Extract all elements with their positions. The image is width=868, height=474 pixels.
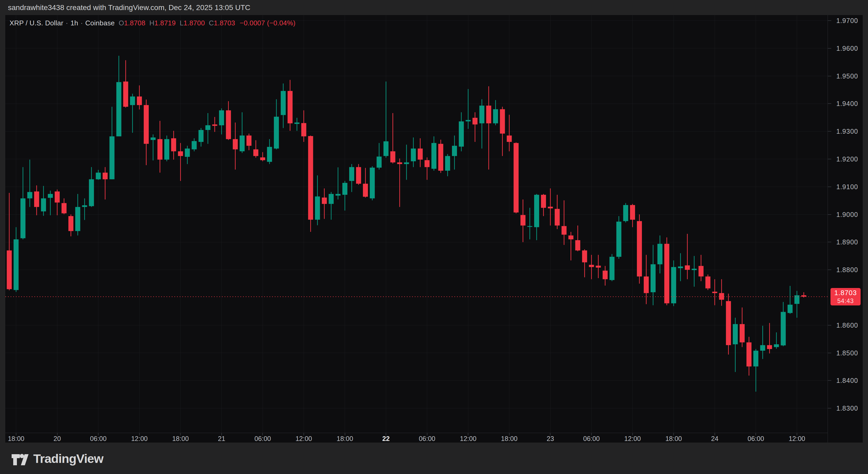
price-axis-label: 1.9600 [836, 45, 858, 52]
candle [548, 188, 553, 226]
price-tick [828, 48, 831, 49]
time-axis-day-label: 20 [54, 435, 61, 443]
candle [288, 80, 293, 131]
candle [562, 200, 567, 245]
price-axis-label: 1.8500 [836, 349, 858, 357]
time-axis-label: 12:00 [624, 435, 641, 443]
price-tick [828, 103, 831, 104]
candle [527, 208, 532, 239]
price-axis-label: 1.9700 [836, 17, 858, 25]
candle [534, 194, 539, 240]
candle [110, 107, 114, 179]
candle [89, 167, 94, 207]
candle [240, 112, 245, 153]
price-tick [828, 131, 831, 131]
time-axis-label: 06:00 [583, 435, 600, 443]
candle [137, 85, 142, 109]
candle [678, 253, 683, 281]
candle [294, 118, 300, 131]
candle [267, 139, 272, 164]
exchange-label[interactable]: Coinbase [85, 19, 115, 27]
candle [246, 134, 251, 150]
time-axis-label: 06:00 [254, 435, 271, 443]
candle [308, 136, 313, 232]
current-price-badge: 1.8703 54:43 [831, 288, 861, 305]
candlestick-chart[interactable] [5, 15, 828, 433]
price-axis-label: 1.8300 [836, 405, 858, 412]
candle [514, 142, 519, 213]
candle [349, 164, 354, 192]
candle [788, 286, 793, 314]
candle [404, 145, 409, 180]
candle [479, 99, 485, 149]
price-change: −0.0007 (−0.04%) [240, 19, 295, 27]
price-axis[interactable]: 1.8703 54:43 1.97001.96001.95001.94001.9… [828, 15, 863, 443]
time-axis-label: 18:00 [337, 435, 353, 443]
symbol-name[interactable]: XRP / U.S. Dollar [9, 19, 63, 27]
price-axis-label: 1.9400 [836, 100, 858, 108]
candle [206, 113, 211, 144]
candle [685, 234, 690, 279]
high-value: 1.8719 [154, 19, 176, 27]
price-tick [828, 186, 831, 187]
price-tick [828, 269, 831, 270]
price-axis-label: 1.8400 [836, 377, 858, 384]
candle [767, 323, 772, 353]
candle [199, 128, 204, 147]
candle [157, 121, 162, 173]
candle [329, 192, 334, 220]
candle [794, 291, 799, 318]
chart-legend: XRP / U.S. Dollar·1h·CoinbaseO1.8708H1.8… [9, 19, 296, 27]
time-axis-label: 18:00 [665, 435, 682, 443]
time-axis-label: 06:00 [419, 435, 435, 443]
candle [123, 60, 128, 108]
candle [391, 113, 396, 164]
time-axis-day-label: 22 [382, 435, 390, 443]
candle [644, 255, 649, 304]
legend-separator: · [66, 19, 68, 27]
tradingview-logo[interactable]: TradingView [11, 451, 103, 467]
time-axis-label: 18:00 [172, 435, 189, 443]
candle [630, 204, 635, 227]
candle [68, 214, 73, 236]
candle [459, 112, 464, 151]
time-axis-label: 12:00 [460, 435, 476, 443]
candle [746, 337, 751, 376]
candle [472, 112, 477, 142]
time-axis[interactable]: 18:002006:0012:0018:002106:0012:0018:002… [5, 433, 828, 443]
price-axis-label: 1.8600 [836, 321, 858, 329]
candle [417, 138, 423, 167]
time-axis-label: 06:00 [748, 435, 764, 443]
candle [438, 140, 443, 173]
candle [781, 302, 786, 346]
candle [212, 117, 217, 132]
interval-label[interactable]: 1h [70, 19, 78, 27]
legend-separator: · [81, 19, 83, 27]
candle [774, 332, 779, 349]
open-value: 1.8708 [124, 19, 146, 27]
candle [589, 255, 594, 279]
candle [616, 216, 621, 259]
high-label: H [149, 19, 154, 27]
price-axis-label: 1.9500 [836, 72, 858, 80]
candle [637, 214, 642, 284]
candle [356, 164, 361, 185]
candle [664, 238, 669, 305]
candle [466, 89, 471, 129]
candle [342, 181, 347, 211]
candle-countdown: 54:43 [831, 297, 861, 304]
candle [671, 261, 676, 306]
candle [733, 318, 738, 372]
price-tick [828, 242, 831, 242]
candle [575, 226, 580, 251]
candle [116, 56, 121, 136]
candle [602, 266, 608, 286]
candle [692, 256, 697, 287]
candle [301, 111, 306, 142]
candle [336, 167, 340, 200]
candle [493, 100, 498, 125]
candle [233, 123, 238, 170]
candle [7, 193, 12, 290]
candle [41, 186, 46, 216]
time-axis-day-label: 23 [547, 435, 554, 443]
